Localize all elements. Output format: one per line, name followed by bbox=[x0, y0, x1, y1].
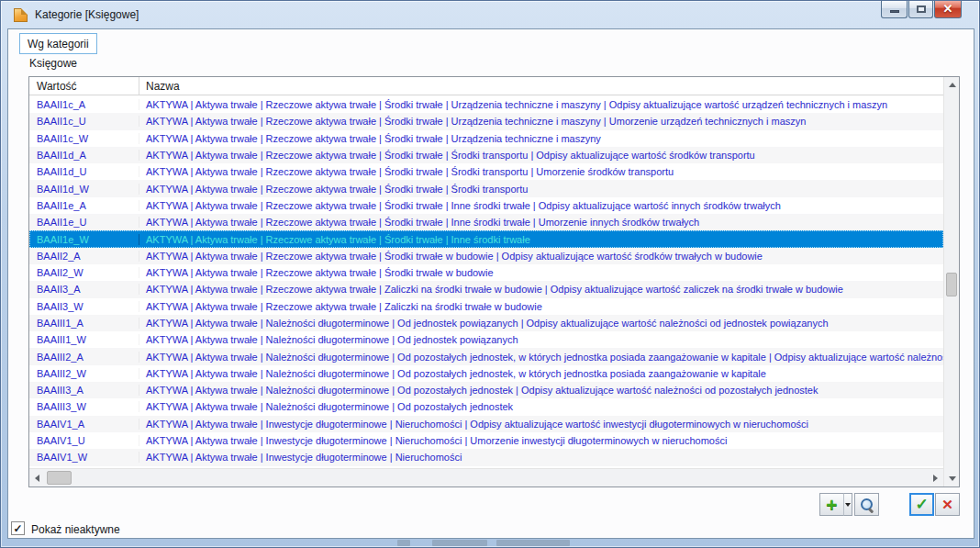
background-artifact bbox=[397, 540, 410, 546]
table-row[interactable]: BAAII1d_U AKTYWA | Aktywa trwałe | Rzecz… bbox=[29, 163, 943, 180]
grid-cell-value: BAAIII1_A bbox=[29, 318, 139, 329]
grid-cell-name: AKTYWA | Aktywa trwałe | Inwestycje dług… bbox=[139, 419, 943, 430]
close-button[interactable]: ✕ bbox=[934, 1, 962, 18]
grid-cell-name: AKTYWA | Aktywa trwałe | Należności dług… bbox=[139, 401, 943, 412]
vertical-scrollbar-thumb[interactable] bbox=[946, 273, 957, 296]
background-artifact bbox=[432, 540, 487, 546]
grid-cell-value: BAAIII3_W bbox=[29, 401, 139, 412]
grid-cell-value: BAAII1e_W bbox=[29, 234, 139, 245]
search-button[interactable] bbox=[854, 493, 879, 516]
grid-cell-name: AKTYWA | Aktywa trwałe | Należności dług… bbox=[139, 318, 943, 329]
table-row[interactable]: BAAII1d_A AKTYWA | Aktywa trwałe | Rzecz… bbox=[29, 147, 943, 163]
scroll-up-button[interactable] bbox=[944, 77, 960, 93]
grid-cell-name: AKTYWA | Aktywa trwałe | Rzeczowe aktywa… bbox=[139, 200, 943, 211]
show-inactive-label: Pokaż nieaktywne bbox=[31, 523, 120, 536]
table-row[interactable]: BAAIII3_W AKTYWA | Aktywa trwałe | Należ… bbox=[29, 398, 943, 415]
grid-cell-value: BAAII3_A bbox=[29, 284, 139, 295]
grid-cell-value: BAAII1c_W bbox=[29, 133, 139, 144]
grid-cell-name: AKTYWA | Aktywa trwałe | Rzeczowe aktywa… bbox=[139, 116, 943, 127]
cancel-button[interactable]: ✕ bbox=[935, 493, 960, 516]
plus-icon: + bbox=[826, 497, 837, 513]
table-row[interactable]: BAAIV1_A AKTYWA | Aktywa trwałe | Inwest… bbox=[29, 416, 943, 432]
table-row[interactable]: BAAIII2_A AKTYWA | Aktywa trwałe | Należ… bbox=[29, 348, 943, 364]
minimize-icon bbox=[890, 10, 899, 13]
grid-header: Wartość Nazwa bbox=[29, 77, 943, 95]
add-button[interactable]: + bbox=[819, 493, 844, 516]
table-row[interactable]: BAAII1c_U AKTYWA | Aktywa trwałe | Rzecz… bbox=[29, 113, 943, 129]
grid-cell-name: AKTYWA | Aktywa trwałe | Rzeczowe aktywa… bbox=[139, 166, 943, 177]
vertical-scrollbar[interactable] bbox=[943, 77, 959, 486]
grid-cell-value: BAAII1e_U bbox=[29, 217, 139, 228]
table-row[interactable]: BAAIV1_W AKTYWA | Aktywa trwałe | Inwest… bbox=[29, 449, 943, 465]
grid-cell-value: BAAII1d_W bbox=[29, 184, 139, 195]
checkmark-icon: ✓ bbox=[915, 497, 928, 512]
minimize-button[interactable] bbox=[881, 1, 908, 18]
grid-cell-value: BAAII2_A bbox=[29, 251, 139, 262]
grid-cell-name: AKTYWA | Aktywa trwałe | Inwestycje dług… bbox=[139, 452, 943, 463]
chevron-left-icon bbox=[35, 475, 39, 482]
window-title: Kategorie [Księgowe] bbox=[35, 8, 139, 21]
table-row[interactable]: BAAIV1_U AKTYWA | Aktywa trwałe | Inwest… bbox=[29, 432, 943, 449]
accept-button[interactable]: ✓ bbox=[909, 493, 934, 516]
grid-cell-value: BAAII1c_A bbox=[29, 99, 139, 110]
table-row[interactable]: BAAII1e_U AKTYWA | Aktywa trwałe | Rzecz… bbox=[29, 214, 943, 230]
grid-cell-name: AKTYWA | Aktywa trwałe | Rzeczowe aktywa… bbox=[139, 251, 943, 262]
table-row[interactable]: BAAII3_A AKTYWA | Aktywa trwałe | Rzeczo… bbox=[29, 281, 943, 297]
grid-cell-value: BAAIII3_A bbox=[29, 385, 139, 396]
scroll-left-button[interactable] bbox=[29, 470, 45, 486]
show-inactive-checkbox[interactable]: ✓ bbox=[11, 521, 25, 535]
grid-cell-name: AKTYWA | Aktywa trwałe | Rzeczowe aktywa… bbox=[139, 99, 943, 110]
table-row[interactable]: BAAII3_W AKTYWA | Aktywa trwałe | Rzeczo… bbox=[29, 298, 943, 315]
table-row[interactable]: BAAIII3_A AKTYWA | Aktywa trwałe | Należ… bbox=[29, 382, 943, 398]
scroll-right-button[interactable] bbox=[928, 470, 943, 486]
table-row[interactable]: BAAIII1_A AKTYWA | Aktywa trwałe | Należ… bbox=[29, 315, 943, 331]
table-row[interactable]: BAAII1e_W AKTYWA | Aktywa trwałe | Rzecz… bbox=[29, 230, 943, 247]
table-row[interactable]: BAAII2_W AKTYWA | Aktywa trwałe | Rzeczo… bbox=[29, 264, 943, 281]
grid-cell-name: AKTYWA | Aktywa trwałe | Należności dług… bbox=[139, 352, 943, 363]
grid-cell-value: BAAII1c_U bbox=[29, 116, 139, 127]
table-row[interactable]: BAAII1c_W AKTYWA | Aktywa trwałe | Rzecz… bbox=[29, 130, 943, 147]
grid-cell-name: AKTYWA | Aktywa trwałe | Rzeczowe aktywa… bbox=[139, 133, 943, 144]
horizontal-scrollbar-thumb[interactable] bbox=[47, 471, 72, 485]
grid-cell-value: BAAIII2_W bbox=[29, 368, 139, 379]
grid-cell-name: AKTYWA | Aktywa trwałe | Rzeczowe aktywa… bbox=[139, 150, 943, 161]
maximize-button[interactable] bbox=[908, 1, 933, 18]
close-icon: ✕ bbox=[935, 2, 961, 16]
add-dropdown-button[interactable] bbox=[843, 493, 852, 516]
grid-cell-name: AKTYWA | Aktywa trwałe | Rzeczowe aktywa… bbox=[139, 301, 943, 312]
background-artifact bbox=[496, 540, 570, 546]
grid-cell-value: BAAII1e_A bbox=[29, 200, 139, 211]
scroll-down-button[interactable] bbox=[944, 471, 960, 486]
horizontal-scrollbar[interactable] bbox=[29, 468, 943, 486]
table-row[interactable]: BAAII1c_A AKTYWA | Aktywa trwałe | Rzecz… bbox=[29, 96, 943, 113]
maximize-icon bbox=[917, 6, 926, 13]
x-icon: ✕ bbox=[941, 498, 953, 511]
table-row[interactable]: BAAII2_A AKTYWA | Aktywa trwałe | Rzeczo… bbox=[29, 248, 943, 264]
tab-wg-kategorii[interactable]: Wg kategorii bbox=[19, 33, 97, 54]
categories-grid: Wartość Nazwa BAAII1c_A AKTYWA | Aktywa … bbox=[28, 76, 960, 487]
window-controls: ✕ bbox=[880, 1, 962, 18]
grid-cell-name: AKTYWA | Aktywa trwałe | Należności dług… bbox=[139, 385, 943, 396]
chevron-up-icon bbox=[949, 83, 956, 87]
checkbox-check-icon: ✓ bbox=[13, 523, 22, 534]
title-bar[interactable]: Kategorie [Księgowe] ✕ bbox=[1, 1, 979, 28]
chevron-right-icon bbox=[933, 475, 938, 482]
column-header-nazwa[interactable]: Nazwa bbox=[139, 77, 943, 95]
grid-cell-value: BAAII1d_U bbox=[29, 166, 139, 177]
table-row[interactable]: BAAII1e_A AKTYWA | Aktywa trwałe | Rzecz… bbox=[29, 197, 943, 214]
column-header-wartosc[interactable]: Wartość bbox=[29, 77, 139, 95]
grid-cell-value: BAAII2_W bbox=[29, 267, 139, 278]
grid-cell-name: AKTYWA | Aktywa trwałe | Rzeczowe aktywa… bbox=[139, 284, 943, 295]
grid-cell-name: AKTYWA | Aktywa trwałe | Inwestycje dług… bbox=[139, 435, 943, 446]
grid-cell-name: AKTYWA | Aktywa trwałe | Należności dług… bbox=[139, 334, 943, 345]
grid-cell-name: AKTYWA | Aktywa trwałe | Rzeczowe aktywa… bbox=[139, 234, 943, 245]
chevron-down-icon bbox=[949, 476, 956, 481]
table-row[interactable]: BAAII1d_W AKTYWA | Aktywa trwałe | Rzecz… bbox=[29, 180, 943, 196]
grid-cell-name: AKTYWA | Aktywa trwałe | Rzeczowe aktywa… bbox=[139, 184, 943, 195]
grid-cell-name: AKTYWA | Aktywa trwałe | Rzeczowe aktywa… bbox=[139, 217, 943, 228]
window-document-icon bbox=[14, 8, 28, 22]
grid-cell-value: BAAIII2_A bbox=[29, 352, 139, 363]
table-row[interactable]: BAAIII1_W AKTYWA | Aktywa trwałe | Należ… bbox=[29, 331, 943, 348]
table-row[interactable]: BAAIII2_W AKTYWA | Aktywa trwałe | Należ… bbox=[29, 365, 943, 382]
grid-cell-name: AKTYWA | Aktywa trwałe | Należności dług… bbox=[139, 368, 943, 379]
